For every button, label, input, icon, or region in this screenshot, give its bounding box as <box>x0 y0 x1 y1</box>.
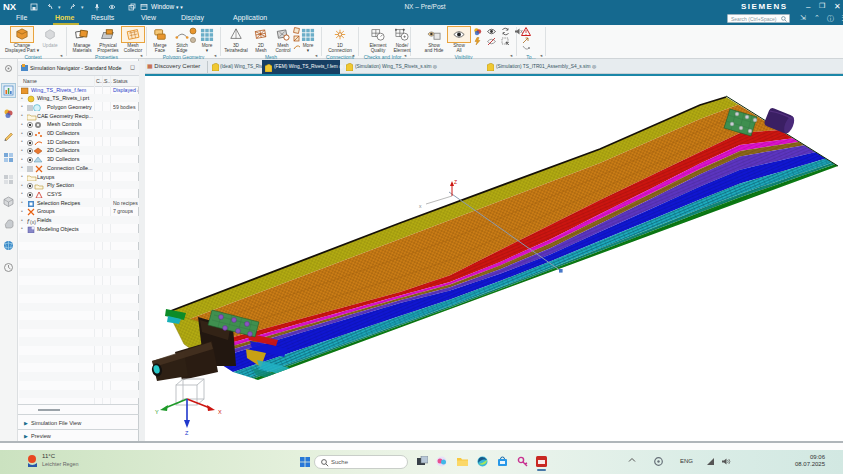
svg-text:x: x <box>419 203 422 209</box>
svg-text:Z: Z <box>454 179 457 185</box>
svg-text:Z: Z <box>185 430 189 436</box>
svg-text:(x): (x) <box>30 219 36 225</box>
svg-text:X: X <box>218 409 222 415</box>
svg-text:Y: Y <box>155 409 159 415</box>
